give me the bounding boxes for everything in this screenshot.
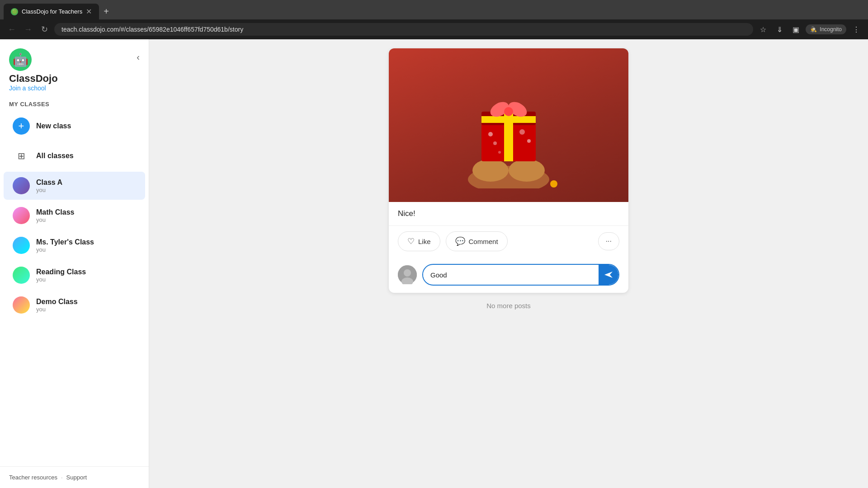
sidebar-item-demo-class[interactable]: Demo Class you xyxy=(4,291,145,319)
incognito-icon: 🕵 xyxy=(810,26,817,33)
demo-class-sub: you xyxy=(36,306,78,313)
tyler-class-sub: you xyxy=(36,246,94,253)
reading-class-name: Reading Class xyxy=(36,268,86,276)
browser-nav: ← → ↻ ☆ ⇓ ▣ 🕵 Incognito ⋮ xyxy=(0,19,868,39)
app-logo: 🤖 xyxy=(9,48,32,71)
reading-class-avatar xyxy=(13,267,30,284)
tab-close-button[interactable]: ✕ xyxy=(86,7,92,16)
sidebar-footer: Teacher resources · Support xyxy=(0,466,149,488)
sidebar-item-class-a[interactable]: Class A you xyxy=(4,172,145,200)
story-caption: Nice! xyxy=(389,202,628,226)
math-class-name: Math Class xyxy=(36,208,74,216)
reload-button[interactable]: ↻ xyxy=(38,23,51,36)
logo-row: 🤖 xyxy=(9,48,58,71)
sidebar-item-text: Ms. Tyler's Class you xyxy=(36,238,94,253)
footer-separator: · xyxy=(61,474,63,481)
download-icon[interactable]: ⇓ xyxy=(773,23,786,36)
bookmark-icon[interactable]: ☆ xyxy=(757,23,769,36)
like-button[interactable]: ♡ Like xyxy=(398,231,440,251)
comment-button[interactable]: 💬 Comment xyxy=(446,231,508,251)
comment-input-wrap xyxy=(422,264,619,286)
comment-label: Comment xyxy=(469,238,498,245)
svg-point-9 xyxy=(504,107,513,116)
app-layout: 🤖 ClassDojo Join a school ‹ My Classes +… xyxy=(0,39,868,488)
logo-area: 🤖 ClassDojo Join a school xyxy=(9,48,58,92)
svg-marker-19 xyxy=(604,272,613,278)
sidebar-item-text: Demo Class you xyxy=(36,298,78,313)
story-image xyxy=(389,48,628,202)
story-actions: ♡ Like 💬 Comment ··· xyxy=(389,226,628,257)
back-button[interactable]: ← xyxy=(5,23,18,36)
menu-button[interactable]: ⋮ xyxy=(850,23,863,36)
extensions-icon[interactable]: ▣ xyxy=(789,23,802,36)
active-tab[interactable]: 🟢 ClassDojo for Teachers ✕ xyxy=(4,4,99,19)
browser-chrome: 🟢 ClassDojo for Teachers ✕ + ← → ↻ ☆ ⇓ ▣… xyxy=(0,0,868,39)
sidebar-item-math-class[interactable]: Math Class you xyxy=(4,202,145,230)
gift-svg xyxy=(454,62,563,188)
class-a-name: Class A xyxy=(36,178,62,187)
all-classes-label: All classes xyxy=(36,152,74,160)
avatar-svg xyxy=(398,265,417,284)
math-class-avatar xyxy=(13,207,30,224)
grid-icon: ⊞ xyxy=(13,147,30,164)
comment-area xyxy=(389,257,628,293)
more-icon: ··· xyxy=(606,237,612,245)
plus-icon: + xyxy=(13,117,30,135)
sidebar-item-reading-class[interactable]: Reading Class you xyxy=(4,261,145,289)
app-name: ClassDojo xyxy=(9,73,58,84)
sidebar-item-text: New class xyxy=(36,122,71,130)
sidebar-item-text: Class A you xyxy=(36,178,62,193)
forward-button[interactable]: → xyxy=(22,23,34,36)
tab-favicon: 🟢 xyxy=(11,8,18,15)
browser-nav-icons: ☆ ⇓ ▣ 🕵 Incognito ⋮ xyxy=(757,23,863,36)
browser-tabs: 🟢 ClassDojo for Teachers ✕ + xyxy=(0,0,868,19)
new-class-label: New class xyxy=(36,122,71,130)
send-comment-button[interactable] xyxy=(599,265,618,285)
svg-point-10 xyxy=(488,132,493,136)
like-label: Like xyxy=(418,238,431,245)
svg-point-2 xyxy=(509,159,545,182)
class-a-sub: you xyxy=(36,187,62,193)
comment-input[interactable] xyxy=(423,266,599,284)
teacher-resources-link[interactable]: Teacher resources xyxy=(9,474,57,481)
svg-point-14 xyxy=(498,151,501,154)
demo-class-name: Demo Class xyxy=(36,298,78,306)
svg-point-12 xyxy=(519,129,525,135)
send-icon xyxy=(604,270,613,280)
demo-class-avatar xyxy=(13,296,30,314)
svg-point-13 xyxy=(527,139,531,143)
svg-point-1 xyxy=(472,159,509,182)
sidebar-item-new-class[interactable]: + New class xyxy=(4,112,145,140)
address-bar[interactable] xyxy=(54,23,753,36)
svg-point-17 xyxy=(404,269,411,277)
sidebar-item-tyler-class[interactable]: Ms. Tyler's Class you xyxy=(4,231,145,259)
more-options-button[interactable]: ··· xyxy=(598,232,619,250)
sidebar-item-text: Reading Class you xyxy=(36,268,86,283)
story-card: Nice! ♡ Like 💬 Comment ··· xyxy=(389,48,628,293)
reading-class-sub: you xyxy=(36,276,86,283)
tyler-class-name: Ms. Tyler's Class xyxy=(36,238,94,246)
svg-rect-6 xyxy=(481,116,536,123)
new-tab-button[interactable]: + xyxy=(100,5,113,18)
comment-icon: 💬 xyxy=(455,236,465,246)
tab-title: ClassDojo for Teachers xyxy=(22,8,82,15)
support-link[interactable]: Support xyxy=(66,474,87,481)
incognito-badge: 🕵 Incognito xyxy=(806,24,846,34)
join-school-link[interactable]: Join a school xyxy=(9,84,58,92)
tyler-class-avatar xyxy=(13,237,30,254)
sidebar-item-text: All classes xyxy=(36,152,74,160)
heart-icon: ♡ xyxy=(407,236,415,246)
story-feed: Nice! ♡ Like 💬 Comment ··· xyxy=(389,48,628,479)
commenter-avatar xyxy=(398,265,417,284)
sidebar-item-all-classes[interactable]: ⊞ All classes xyxy=(4,142,145,170)
svg-point-11 xyxy=(493,141,497,145)
incognito-label: Incognito xyxy=(820,26,842,33)
class-a-avatar xyxy=(13,177,30,194)
main-content: Nice! ♡ Like 💬 Comment ··· xyxy=(149,39,868,488)
sidebar-item-text: Math Class you xyxy=(36,208,74,223)
sidebar-collapse-button[interactable]: ‹ xyxy=(137,52,140,62)
sidebar-header: 🤖 ClassDojo Join a school ‹ xyxy=(0,39,149,96)
no-more-posts: No more posts xyxy=(389,293,628,319)
math-class-sub: you xyxy=(36,216,74,223)
sidebar: 🤖 ClassDojo Join a school ‹ My Classes +… xyxy=(0,39,149,488)
